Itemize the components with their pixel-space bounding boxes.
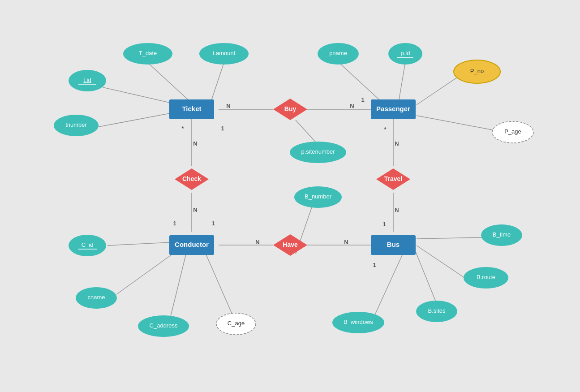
card-check-1-top: 1 (221, 125, 224, 132)
card-bus-1-top: 1 (382, 221, 386, 228)
card-have-bus-n: N (344, 239, 348, 246)
card-conductor-right-1: 1 (211, 220, 215, 227)
relation-check-label: Check (182, 175, 201, 182)
attr-p-age-label: P_age (504, 128, 521, 135)
attr-tnumber-label: tnumber (65, 121, 87, 128)
attr-b-number-label: B_number (305, 193, 332, 200)
er-diagram: Ticket Passenger Conductor Bus Buy Check… (0, 0, 580, 392)
relation-have-label: Have (283, 241, 298, 248)
attr-c-address-label: C_address (150, 322, 178, 329)
attr-c-age-label: C_age (228, 320, 245, 327)
attr-p-sitenumber-label: p.sitenumber (301, 148, 335, 155)
card-passenger-travel-n: N (395, 140, 399, 147)
entity-bus-label: Bus (387, 241, 400, 248)
card-passenger-1: 1 (361, 96, 364, 103)
card-ticket-check-n: N (193, 140, 197, 147)
card-ticket-buy-n: N (226, 103, 230, 109)
card-bus-1-bottom: 1 (373, 262, 376, 268)
card-check-conductor-n: N (193, 207, 197, 213)
svg-rect-0 (0, 0, 580, 392)
attr-pname-label: pname (329, 50, 347, 56)
attr-cname-label: cname (87, 294, 105, 301)
attr-t-amount-label: t.amount (213, 50, 236, 56)
attr-t-id-label: t.id (83, 77, 91, 83)
attr-p-id-label: p.id (401, 50, 410, 56)
attr-b-sites-label: B.sites (428, 307, 446, 314)
attr-t-date-label: T_date (139, 50, 157, 56)
entity-passenger-label: Passenger (376, 105, 410, 112)
card-travel-bus-n: N (395, 207, 399, 213)
entity-ticket-label: Ticket (182, 105, 201, 112)
attr-b-windows-label: B_windows (344, 319, 373, 325)
attr-p-no-label: P_no (470, 68, 484, 74)
entity-conductor-label: Conductor (175, 241, 209, 248)
card-conductor-have-n: N (255, 239, 259, 246)
relation-buy-label: Buy (284, 105, 296, 112)
relation-travel-label: Travel (384, 175, 402, 182)
attr-c-id-label: C_id (82, 241, 94, 248)
card-conductor-left-1: 1 (173, 220, 176, 227)
attr-b-time-label: B_time (493, 231, 511, 238)
attr-b-route-label: B.route (477, 274, 495, 280)
card-buy-passenger-n: N (350, 103, 354, 109)
